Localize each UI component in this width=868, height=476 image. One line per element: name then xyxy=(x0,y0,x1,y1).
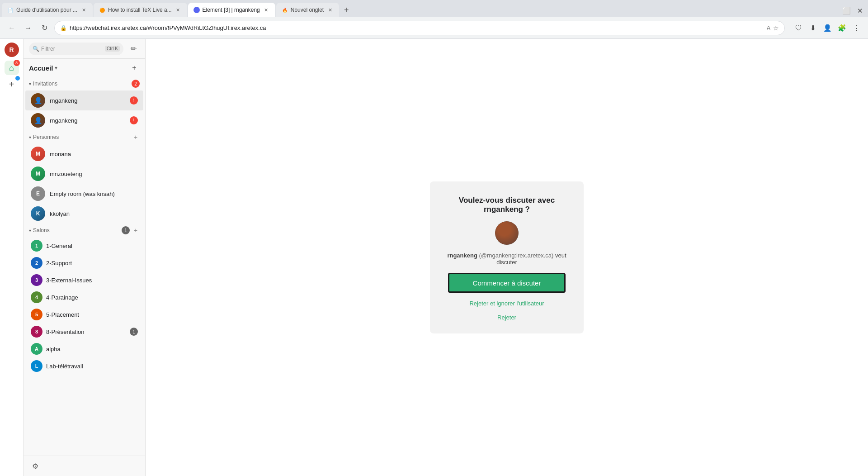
invitation-dialog: Voulez-vous discuter avec rngankeng ? rn… xyxy=(430,181,584,333)
channel-name-1: 1-General xyxy=(46,243,138,249)
person-name-mnzoueteng: mnzoueteng xyxy=(50,171,138,177)
tab-close-new[interactable]: ✕ xyxy=(326,6,334,14)
tab-element[interactable]: Element [3] | rngankeng ✕ xyxy=(188,3,275,17)
tab-bar: 📄 Guide d'utilisation pour ... ✕ 🟠 How t… xyxy=(0,0,868,17)
tab-title-new: Nouvel onglet xyxy=(291,7,324,13)
close-window-icon[interactable]: ✕ xyxy=(854,5,866,17)
user-avatar[interactable]: R xyxy=(5,43,19,57)
settings-icon[interactable]: ⚙ xyxy=(29,460,42,472)
channel-icon-5: 5 xyxy=(31,309,42,320)
search-placeholder: Filtrer xyxy=(41,46,55,52)
person-name-kkolyan: kkolyan xyxy=(50,210,138,217)
new-tab-button[interactable]: + xyxy=(340,4,353,16)
salons-add-icon[interactable]: + xyxy=(132,226,140,234)
extensions-icon[interactable]: 🧩 xyxy=(835,22,848,34)
dialog-handle: (@rngankeng:irex.aretex.ca) xyxy=(479,252,553,259)
channel-name-8: 8-Présentation xyxy=(46,328,126,335)
channel-lab[interactable]: L Lab-télétravail xyxy=(25,357,143,375)
start-chat-label: Commencer à discuter xyxy=(473,279,541,287)
tab-title-tex: How to install TeX Live a... xyxy=(108,7,172,13)
tab-favicon-element xyxy=(193,7,200,13)
home-rail-item[interactable]: ⌂ 3 xyxy=(5,61,19,75)
home-badge: 3 xyxy=(14,60,20,66)
person-item-monana[interactable]: M monana xyxy=(25,144,143,164)
person-avatar-kkolyan: K xyxy=(31,206,45,221)
channel-name-3: 3-External-Issues xyxy=(46,277,138,284)
channel-icon-lab: L xyxy=(31,360,42,372)
add-rail-item[interactable]: + xyxy=(5,77,19,91)
add-icon: + xyxy=(9,79,14,90)
channel-badge-8: 1 xyxy=(130,328,138,336)
person-item-empty[interactable]: E Empty room (was knsah) xyxy=(25,184,143,204)
shield-icon[interactable]: 🛡 xyxy=(792,22,805,34)
menu-icon[interactable]: ⋮ xyxy=(850,22,863,34)
tab-close-guide[interactable]: ✕ xyxy=(80,6,87,14)
restore-icon[interactable]: ⬜ xyxy=(840,5,853,17)
tab-close-tex[interactable]: ✕ xyxy=(175,6,182,14)
channel-icon-2: 2 xyxy=(31,257,42,269)
channel-8-presentation[interactable]: 8 8-Présentation 1 xyxy=(25,323,143,340)
person-item-mnzoueteng[interactable]: M mnzoueteng xyxy=(25,164,143,184)
sidebar-title: Accueil xyxy=(29,64,53,72)
channel-4-parainage[interactable]: 4 4-Parainage xyxy=(25,289,143,306)
reject-ignore-button[interactable]: Rejeter et ignorer l'utilisateur xyxy=(469,300,544,307)
salons-chevron-icon: ▾ xyxy=(29,228,31,233)
translate-icon[interactable]: A xyxy=(767,25,770,31)
sidebar-header: 🔍 Filtrer Ctrl K ✏ xyxy=(24,39,145,59)
minimize-icon[interactable]: — xyxy=(826,5,839,17)
person-name-empty: Empty room (was knsah) xyxy=(50,190,138,197)
start-chat-button[interactable]: Commencer à discuter xyxy=(448,273,566,293)
invitations-count: 2 xyxy=(132,80,140,88)
salons-label: Salons xyxy=(33,227,120,233)
persons-header[interactable]: ▾ Personnes + xyxy=(24,130,145,144)
invitation-item-1[interactable]: 👤 rngankeng 1 xyxy=(25,90,143,110)
search-icon: 🔍 xyxy=(33,46,39,52)
reject-button[interactable]: Rejeter xyxy=(497,314,516,321)
channel-icon-8: 8 xyxy=(31,326,42,338)
persons-chevron-icon: ▾ xyxy=(29,135,31,140)
channel-alpha[interactable]: A alpha xyxy=(25,340,143,357)
search-bar[interactable]: 🔍 Filtrer Ctrl K xyxy=(29,43,123,55)
invitation-item-2[interactable]: 👤 rngankeng ! xyxy=(25,110,143,130)
persons-add-icon[interactable]: + xyxy=(132,133,140,141)
dialog-avatar-image xyxy=(495,221,519,245)
browser-window: 📄 Guide d'utilisation pour ... ✕ 🟠 How t… xyxy=(0,0,868,476)
channel-1-general[interactable]: 1 1-General xyxy=(25,237,143,254)
avatar-img-2: 👤 xyxy=(34,117,42,124)
refresh-button[interactable]: ↻ xyxy=(38,22,51,34)
channel-2-support[interactable]: 2 2-Support xyxy=(25,254,143,271)
invitations-chevron-icon: ▾ xyxy=(29,81,31,86)
channel-name-5: 5-Placement xyxy=(46,311,138,318)
invitation-name-1: rngankeng xyxy=(50,97,125,104)
person-item-kkolyan[interactable]: K kkolyan xyxy=(25,204,143,224)
add-dot xyxy=(15,76,20,81)
persons-section: ▾ Personnes + M monana M mnzoueteng E xyxy=(24,130,145,224)
back-button[interactable]: ← xyxy=(5,22,18,34)
tab-favicon-new: 🔥 xyxy=(282,7,288,13)
tab-close-element[interactable]: ✕ xyxy=(263,6,270,14)
tab-guide[interactable]: 📄 Guide d'utilisation pour ... ✕ xyxy=(2,3,93,17)
account-icon[interactable]: 👤 xyxy=(821,22,834,34)
channel-name-lab: Lab-télétravail xyxy=(46,363,138,370)
channel-3-external[interactable]: 3 3-External-Issues xyxy=(25,271,143,289)
salons-section: ▾ Salons 1 + 1 1-General 2 2-Support xyxy=(24,224,145,375)
bookmark-icon[interactable]: ☆ xyxy=(773,24,779,32)
compose-icon[interactable]: ✏ xyxy=(127,43,140,55)
sidebar-title-row: Accueil ▾ + xyxy=(24,59,145,77)
tab-new-tab[interactable]: 🔥 Nouvel onglet ✕ xyxy=(276,3,339,17)
avatar-img-1: 👤 xyxy=(34,97,42,104)
invitation-avatar-2: 👤 xyxy=(31,113,45,128)
forward-button[interactable]: → xyxy=(22,22,34,34)
invitations-header[interactable]: ▾ Invitations 2 xyxy=(24,77,145,90)
dialog-username: rngankeng xyxy=(447,252,477,259)
channel-5-placement[interactable]: 5 5-Placement xyxy=(25,306,143,323)
salons-header[interactable]: ▾ Salons 1 + xyxy=(24,224,145,237)
tab-tex[interactable]: 🟠 How to install TeX Live a... ✕ xyxy=(94,3,187,17)
person-name-monana: monana xyxy=(50,151,138,157)
download-icon[interactable]: ⬇ xyxy=(807,22,819,34)
persons-label: Personnes xyxy=(33,134,130,140)
sidebar-add-button[interactable]: + xyxy=(129,62,140,73)
tab-title-element: Element [3] | rngankeng xyxy=(203,7,260,13)
url-bar[interactable]: 🔒 https://webchat.irex.aretex.ca/#/room/… xyxy=(54,21,785,35)
channel-name-4: 4-Parainage xyxy=(46,294,138,301)
